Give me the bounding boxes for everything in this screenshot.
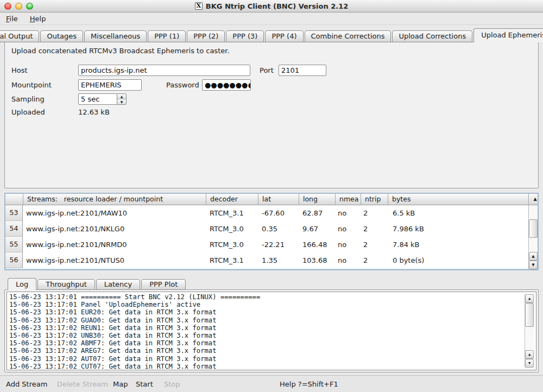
tab-ppp-3[interactable]: PPP (3) — [226, 30, 264, 42]
scroll-up-icon[interactable]: ▲ — [525, 294, 534, 303]
tab-upload-ephemeris[interactable]: Upload Ephemeris — [473, 28, 543, 42]
log-line: 15-06-23 13:17:02 CUT07: Get data in RTC… — [9, 363, 536, 370]
streams-table: Streams: resource loader / mountpoint de… — [4, 193, 539, 270]
cell-decoder[interactable]: RTCM_3.0 — [206, 241, 258, 249]
cell-ntrip[interactable]: 2 — [361, 225, 388, 233]
cell-bytes[interactable]: 7.986 kB — [388, 225, 538, 233]
log-frame: 15-06-23 13:17:01 ========== Start BNC v… — [4, 289, 539, 372]
scroll-down-icon[interactable]: ▼ — [525, 359, 534, 368]
statusbar: Add Stream Delete Stream Map Start Stop … — [0, 375, 543, 392]
close-button[interactable] — [4, 3, 11, 10]
cell-mountpoint[interactable]: www.igs-ip.net:2101/NKLG0 — [23, 225, 206, 233]
header-lat[interactable]: lat — [258, 194, 299, 205]
spin-up-icon[interactable]: ▲ — [117, 94, 126, 99]
cell-mountpoint[interactable]: www.igs-ip.net:2101/MAW10 — [23, 209, 206, 217]
tab-upload-corrections[interactable]: Upload Corrections — [392, 30, 472, 42]
table-row: 54 www.igs-ip.net:2101/NKLG0 RTCM_3.0 0.… — [5, 221, 538, 237]
table-vertical-scrollbar[interactable]: ▲ ▼ — [528, 205, 538, 269]
delete-stream-button[interactable]: Delete Stream — [57, 380, 108, 388]
password-input[interactable]: ●●●●●●●● — [202, 79, 251, 91]
row-number[interactable]: 53 — [5, 205, 23, 221]
table-scroll-up-icon[interactable]: ▲ — [528, 194, 538, 205]
menubar: File Help — [0, 12, 543, 25]
cell-nmea[interactable]: no — [335, 256, 361, 264]
tab-ppp-plot[interactable]: PPP Plot — [141, 279, 186, 290]
tab-combine-corrections[interactable]: Combine Corrections — [305, 30, 392, 42]
scroll-up-icon[interactable]: ▲ — [529, 252, 538, 261]
tab-ppp-4[interactable]: PPP (4) — [265, 30, 303, 42]
tab-ppp-2[interactable]: PPP (2) — [187, 30, 225, 42]
cell-mountpoint[interactable]: www.igs-ip.net:2101/NTUS0 — [23, 256, 206, 264]
log-vertical-scrollbar[interactable]: ▲ ▲ ▼ — [525, 294, 534, 368]
header-streams[interactable]: Streams: resource loader / mountpoint — [23, 194, 206, 205]
start-button[interactable]: Start — [136, 380, 153, 388]
spin-down-icon[interactable]: ▼ — [117, 99, 126, 104]
cell-mountpoint[interactable]: www.igs-ip.net:2101/NRMD0 — [23, 241, 206, 249]
header-long[interactable]: long — [299, 194, 335, 205]
log-output[interactable]: 15-06-23 13:17:01 ========== Start BNC v… — [7, 292, 536, 370]
scroll-down-icon[interactable]: ▼ — [529, 261, 538, 269]
zoom-button[interactable] — [26, 3, 33, 10]
cell-decoder[interactable]: RTCM_3.1 — [206, 256, 258, 264]
log-line: 15-06-23 13:17:01 ========== Start BNC v… — [9, 293, 536, 301]
tab-throughput[interactable]: Throughput — [37, 279, 95, 290]
log-line: 15-06-23 13:17:01 Panel 'UploadEphemeris… — [9, 301, 536, 308]
mountpoint-input[interactable] — [78, 79, 142, 91]
header-bytes[interactable]: bytes — [388, 194, 528, 205]
cell-decoder[interactable]: RTCM_3.1 — [206, 209, 258, 217]
minimize-button[interactable] — [15, 3, 22, 10]
table-row: 53 www.igs-ip.net:2101/MAW10 RTCM_3.1 -6… — [5, 205, 538, 221]
cell-long[interactable]: 166.48 — [299, 241, 335, 249]
log-line: 15-06-23 13:17:02 GUAO0: Get data in RTC… — [9, 317, 536, 324]
cell-lat[interactable]: 0.35 — [258, 225, 299, 233]
scrollbar-thumb[interactable] — [525, 303, 534, 327]
header-nmea[interactable]: nmea — [335, 194, 361, 205]
tab-log[interactable]: Log — [8, 278, 36, 290]
map-button[interactable]: Map — [113, 380, 128, 388]
menu-file[interactable]: File — [6, 15, 18, 23]
port-input[interactable] — [279, 65, 326, 76]
password-label: Password — [166, 81, 199, 89]
cell-long[interactable]: 9.67 — [299, 225, 335, 233]
cell-bytes[interactable]: 0 byte(s) — [388, 256, 538, 264]
cell-ntrip[interactable]: 2 — [361, 241, 388, 249]
header-decoder[interactable]: decoder — [206, 194, 258, 205]
cell-nmea[interactable]: no — [335, 209, 361, 217]
sampling-spinner: ▲ ▼ — [78, 93, 127, 105]
scroll-up-icon[interactable]: ▲ — [525, 350, 534, 359]
top-tabbar: ial Output Outages Miscellaneous PPP (1)… — [0, 28, 543, 42]
panel-description: Upload concatenated RTCMv3 Broadcast Eph… — [11, 47, 230, 55]
bottom-tabbar: Log Throughput Latency PPP Plot — [8, 278, 187, 290]
stop-button[interactable]: Stop — [164, 380, 180, 388]
cell-nmea[interactable]: no — [335, 225, 361, 233]
x11-app-icon: X — [195, 2, 203, 10]
table-row: 56 www.igs-ip.net:2101/NTUS0 RTCM_3.1 1.… — [5, 252, 538, 268]
tab-ppp-1[interactable]: PPP (1) — [148, 30, 186, 42]
row-number[interactable]: 54 — [5, 221, 23, 237]
cell-long[interactable]: 103.68 — [299, 256, 335, 264]
row-number[interactable]: 56 — [5, 252, 23, 268]
scrollbar-thumb[interactable] — [529, 219, 538, 238]
tab-outages[interactable]: Outages — [40, 30, 83, 42]
cell-lat[interactable]: -67.60 — [258, 209, 299, 217]
cell-ntrip[interactable]: 2 — [361, 256, 388, 264]
cell-nmea[interactable]: no — [335, 241, 361, 249]
menu-help[interactable]: Help — [30, 15, 46, 23]
tab-miscellaneous[interactable]: Miscellaneous — [84, 30, 147, 42]
cell-lat[interactable]: 1.35 — [258, 256, 299, 264]
row-number[interactable]: 55 — [5, 237, 23, 252]
add-stream-button[interactable]: Add Stream — [6, 380, 47, 388]
sampling-input[interactable] — [78, 93, 117, 105]
cell-bytes[interactable]: 6.5 kB — [388, 209, 538, 217]
tab-latency[interactable]: Latency — [96, 279, 140, 290]
cell-bytes[interactable]: 7.84 kB — [388, 241, 538, 249]
uploaded-label: Uploaded — [11, 108, 45, 116]
host-input[interactable] — [78, 65, 250, 76]
cell-lat[interactable]: -22.21 — [258, 241, 299, 249]
cell-long[interactable]: 62.87 — [299, 209, 335, 217]
header-ntrip[interactable]: ntrip — [361, 194, 388, 205]
help-shortcut-label: Help ?=Shift+F1 — [280, 380, 338, 388]
tab-serial-output[interactable]: ial Output — [0, 30, 39, 42]
cell-ntrip[interactable]: 2 — [361, 209, 388, 217]
cell-decoder[interactable]: RTCM_3.0 — [206, 225, 258, 233]
